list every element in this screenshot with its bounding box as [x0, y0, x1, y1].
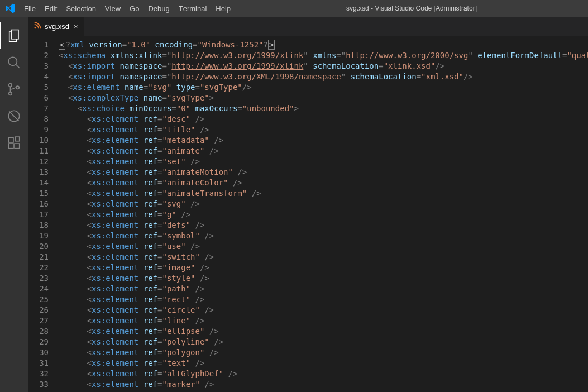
code-line[interactable]: <xs:element ref="rect" /> [59, 294, 588, 305]
code-line[interactable]: <xs:element name="svg" type="svgType"/> [59, 82, 588, 93]
menu-bar: FileEditSelectionViewGoDebugTerminalHelp [20, 0, 235, 17]
code-line[interactable]: <xs:element ref="use" /> [59, 241, 588, 252]
code-line[interactable]: <xs:schema xmlns:xlink="http://www.w3.or… [59, 50, 588, 61]
titlebar: FileEditSelectionViewGoDebugTerminalHelp… [0, 0, 588, 17]
menu-dit[interactable]: Edit [40, 0, 61, 17]
code-line[interactable]: <xs:element ref="switch" /> [59, 252, 588, 262]
code-line[interactable]: <xs:element ref="style" /> [59, 273, 588, 284]
svg-point-5 [16, 86, 19, 89]
code-line[interactable]: <xs:element ref="defs" /> [59, 220, 588, 231]
tab-svg-xsd[interactable]: svg.xsd × [28, 17, 84, 36]
code-line[interactable]: <xs:element ref="g" /> [59, 209, 588, 220]
code-editor[interactable]: 1234567891011121314151617181920212223242… [28, 36, 588, 392]
debug-icon[interactable] [0, 103, 28, 130]
svg-point-12 [34, 27, 36, 29]
code-line[interactable]: <xs:element ref="animateTransform" /> [59, 188, 588, 199]
svg-rect-0 [11, 30, 18, 39]
code-line[interactable]: <xs:element ref="metadata" /> [59, 135, 588, 146]
code-line[interactable]: <xs:element ref="animateColor" /> [59, 178, 588, 188]
editor-area: svg.xsd × 123456789101112131415161718192… [28, 17, 588, 392]
files-icon[interactable] [0, 22, 28, 49]
code-line[interactable]: <xs:element ref="animateMotion" /> [59, 167, 588, 178]
code-line[interactable]: <xs:complexType name="svgType"> [59, 93, 588, 103]
svg-point-4 [9, 92, 12, 95]
menu-ile[interactable]: File [20, 0, 40, 17]
code-line[interactable]: <xs:import namespace="http://www.w3.org/… [59, 71, 588, 82]
code-line[interactable]: <xs:element ref="altGlyphDef" /> [59, 369, 588, 379]
rss-file-icon [34, 22, 41, 31]
line-numbers: 1234567891011121314151617181920212223242… [28, 36, 59, 392]
svg-point-1 [8, 57, 17, 65]
code-line[interactable]: <xs:element ref="symbol" /> [59, 231, 588, 241]
code-line[interactable]: <xs:element ref="circle" /> [59, 305, 588, 315]
menu-o[interactable]: Go [125, 0, 144, 17]
code-line[interactable]: <xs:element ref="polygon" /> [59, 347, 588, 358]
source-control-icon[interactable] [0, 76, 28, 103]
code-line[interactable]: <xs:element ref="path" /> [59, 284, 588, 294]
svg-point-3 [9, 84, 12, 87]
vscode-logo-icon [0, 3, 20, 13]
svg-rect-8 [8, 137, 13, 142]
search-icon[interactable] [0, 49, 28, 76]
code-line[interactable]: <xs:element ref="ellipse" /> [59, 326, 588, 337]
menu-erminal[interactable]: Terminal [174, 0, 212, 17]
tab-filename: svg.xsd [45, 22, 69, 31]
svg-rect-11 [15, 137, 20, 141]
code-line[interactable]: <xs:choice minOccurs="0" maxOccurs="unbo… [59, 103, 588, 114]
svg-rect-9 [8, 144, 13, 149]
code-line[interactable]: <xs:element ref="marker" /> [59, 379, 588, 390]
code-line[interactable]: <xs:element ref="svg" /> [59, 199, 588, 209]
menu-election[interactable]: Selection [61, 0, 100, 17]
menu-ebug[interactable]: Debug [144, 0, 174, 17]
window-title: svg.xsd - Visual Studio Code [Administra… [235, 4, 588, 12]
code-line[interactable]: <xs:element ref="set" /> [59, 156, 588, 167]
menu-elp[interactable]: Help [211, 0, 235, 17]
activity-bar [0, 17, 28, 392]
menu-iew[interactable]: View [101, 0, 125, 17]
svg-rect-10 [15, 144, 20, 149]
code-line[interactable]: <?xml version="1.0" encoding="Windows-12… [59, 40, 588, 50]
code-content[interactable]: <?xml version="1.0" encoding="Windows-12… [59, 36, 588, 392]
code-line[interactable]: <xs:element ref="image" /> [59, 262, 588, 273]
svg-line-2 [16, 64, 20, 68]
code-line[interactable]: <xs:import namespace="http://www.w3.org/… [59, 61, 588, 71]
close-icon[interactable]: × [74, 22, 78, 31]
code-line[interactable]: <xs:element ref="title" /> [59, 125, 588, 135]
code-line[interactable]: <xs:element ref="animate" /> [59, 146, 588, 156]
code-line[interactable]: <xs:element ref="text" /> [59, 358, 588, 369]
svg-line-7 [9, 111, 18, 121]
code-line[interactable]: <xs:element ref="polyline" /> [59, 337, 588, 347]
extensions-icon[interactable] [0, 130, 28, 156]
tabs-bar: svg.xsd × [28, 17, 588, 36]
code-line[interactable]: <xs:element ref="desc" /> [59, 114, 588, 125]
code-line[interactable]: <xs:element ref="line" /> [59, 315, 588, 326]
